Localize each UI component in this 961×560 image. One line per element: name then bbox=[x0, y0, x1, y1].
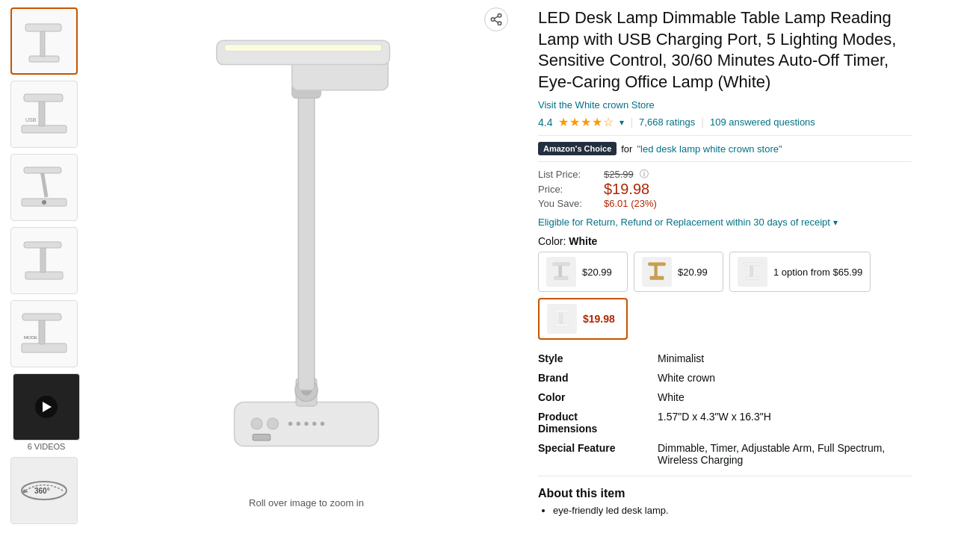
spec-row-dimensions: ProductDimensions 1.57"D x 4.3"W x 16.3"… bbox=[538, 407, 912, 438]
svg-rect-45 bbox=[559, 265, 562, 277]
return-eligibility[interactable]: Eligible for Return, Refund or Replaceme… bbox=[538, 217, 912, 228]
spec-row-brand: Brand White crown bbox=[538, 368, 912, 388]
share-button[interactable] bbox=[484, 7, 508, 31]
svg-point-22 bbox=[491, 18, 495, 22]
svg-point-23 bbox=[498, 22, 501, 25]
svg-point-10 bbox=[42, 200, 46, 205]
thumbnail-2[interactable]: USB bbox=[10, 81, 78, 148]
spec-value-feature: Dimmable, Timer, Adjustable Arm, Full Sp… bbox=[658, 438, 912, 470]
svg-rect-54 bbox=[560, 312, 563, 324]
color-section: Color: White $20.99 $20.99 bbox=[538, 235, 912, 340]
ratings-count[interactable]: 7,668 ratings bbox=[639, 116, 695, 128]
svg-line-8 bbox=[42, 170, 46, 197]
spec-label-dimensions: ProductDimensions bbox=[538, 407, 658, 438]
star-rating: ★ ★ ★ ★ ☆ bbox=[558, 115, 614, 129]
thumbnail-1[interactable] bbox=[10, 7, 78, 75]
amazon-choice-badge: Amazon's Choice bbox=[538, 142, 617, 155]
rating-dropdown-icon[interactable]: ▾ bbox=[619, 117, 624, 128]
spec-row-feature: Special Feature Dimmable, Timer, Adjusta… bbox=[538, 438, 912, 470]
return-chevron-icon: ▾ bbox=[833, 217, 838, 228]
svg-line-25 bbox=[494, 16, 498, 19]
star-4: ★ bbox=[592, 115, 602, 129]
svg-rect-4 bbox=[39, 99, 45, 126]
spec-value-style: Minimalist bbox=[658, 349, 912, 368]
color-option-3-price: 1 option from $65.99 bbox=[773, 267, 862, 278]
price-label: Price: bbox=[538, 184, 598, 195]
play-icon bbox=[35, 396, 58, 418]
svg-text:USB: USB bbox=[25, 117, 37, 122]
color-swatch-1 bbox=[546, 257, 576, 287]
color-option-1[interactable]: $20.99 bbox=[538, 252, 628, 292]
thumbnail-4[interactable] bbox=[10, 227, 78, 294]
divider-3 bbox=[538, 476, 912, 476]
svg-text:360°: 360° bbox=[34, 487, 50, 495]
svg-rect-51 bbox=[750, 265, 753, 277]
star-3: ★ bbox=[581, 115, 591, 129]
svg-point-29 bbox=[288, 422, 292, 426]
svg-line-24 bbox=[494, 20, 498, 22]
color-value: White bbox=[569, 235, 597, 247]
svg-rect-52 bbox=[744, 263, 761, 266]
rating-number[interactable]: 4.4 bbox=[538, 116, 552, 128]
divider-2 bbox=[538, 161, 912, 162]
product-details: LED Desk Lamp Dimmable Table Lamp Readin… bbox=[523, 0, 927, 560]
svg-rect-13 bbox=[24, 242, 61, 248]
color-options: $20.99 $20.99 1 option from $65.99 bbox=[538, 252, 912, 340]
spec-value-color: White bbox=[658, 388, 912, 407]
color-option-2-price: $20.99 bbox=[678, 267, 708, 278]
amazon-choice-row: Amazon's Choice for "led desk lamp white… bbox=[538, 142, 912, 155]
svg-rect-49 bbox=[649, 263, 666, 266]
thumbnail-video[interactable] bbox=[13, 373, 80, 441]
amazon-choice-for-text: for bbox=[621, 143, 632, 155]
svg-point-33 bbox=[321, 422, 324, 426]
svg-rect-12 bbox=[40, 246, 46, 273]
store-link[interactable]: Visit the White crown Store bbox=[538, 99, 655, 111]
svg-rect-9 bbox=[24, 167, 61, 173]
svg-rect-48 bbox=[655, 265, 658, 277]
about-list: eye-friendly led desk lamp. bbox=[538, 505, 912, 516]
specs-section: Style Minimalist Brand White crown Color… bbox=[538, 349, 912, 470]
product-title: LED Desk Lamp Dimmable Table Lamp Readin… bbox=[538, 7, 912, 93]
svg-rect-1 bbox=[40, 30, 45, 57]
list-price-value: $25.99 bbox=[604, 169, 634, 180]
spec-row-style: Style Minimalist bbox=[538, 349, 912, 368]
svg-rect-55 bbox=[554, 310, 571, 313]
color-swatch-2 bbox=[642, 257, 672, 287]
spec-label-feature: Special Feature bbox=[538, 438, 658, 470]
star-2: ★ bbox=[569, 115, 580, 129]
answered-questions[interactable]: 109 answered questions bbox=[710, 116, 815, 128]
specs-table: Style Minimalist Brand White crown Color… bbox=[538, 349, 912, 470]
divider-1 bbox=[538, 135, 912, 136]
save-value: $6.01 (23%) bbox=[604, 198, 657, 209]
video-label: 6 VIDEOS bbox=[28, 442, 66, 451]
svg-point-28 bbox=[268, 418, 279, 429]
thumbnail-5[interactable]: MODE bbox=[10, 300, 78, 367]
spec-label-color: Color bbox=[538, 388, 658, 407]
color-option-4[interactable]: $19.98 bbox=[538, 298, 628, 340]
svg-rect-14 bbox=[22, 343, 67, 352]
thumbnail-360[interactable]: 360° bbox=[10, 457, 78, 524]
info-icon[interactable]: ⓘ bbox=[640, 168, 649, 181]
about-section: About this item eye-friendly led desk la… bbox=[538, 487, 912, 516]
svg-rect-5 bbox=[24, 94, 63, 102]
price-section: List Price: $25.99 ⓘ Price: $19.98 You S… bbox=[538, 168, 912, 209]
image-caption: Roll over image to zoom in bbox=[249, 497, 364, 508]
color-option-2[interactable]: $20.99 bbox=[634, 252, 723, 292]
star-1: ★ bbox=[558, 115, 569, 129]
svg-rect-38 bbox=[298, 90, 314, 391]
star-5-half: ☆ bbox=[603, 115, 614, 129]
color-option-1-price: $20.99 bbox=[582, 267, 612, 278]
current-price: $19.98 bbox=[604, 181, 649, 198]
svg-rect-43 bbox=[225, 45, 382, 52]
thumbnail-3[interactable] bbox=[10, 154, 78, 221]
amazon-choice-keyword[interactable]: "led desk lamp white crown store" bbox=[637, 143, 782, 155]
svg-point-32 bbox=[312, 422, 316, 426]
color-option-3[interactable]: 1 option from $65.99 bbox=[729, 252, 871, 292]
svg-text:MODE: MODE bbox=[24, 335, 37, 340]
color-option-4-price: $19.98 bbox=[583, 313, 615, 325]
svg-rect-16 bbox=[22, 314, 61, 320]
spec-label-style: Style bbox=[538, 349, 658, 368]
svg-rect-46 bbox=[553, 263, 570, 266]
spec-value-brand: White crown bbox=[658, 368, 912, 388]
svg-rect-15 bbox=[39, 318, 45, 344]
